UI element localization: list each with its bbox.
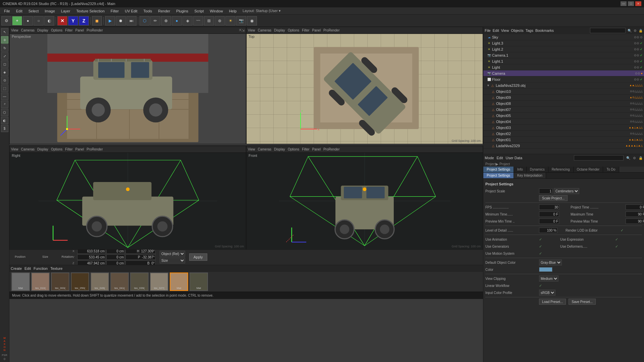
lt-tool9[interactable]: — bbox=[1, 93, 8, 100]
attr-lock-icon[interactable]: 🔒 bbox=[639, 156, 643, 160]
attr-tab-octane[interactable]: Octane Render bbox=[574, 167, 603, 172]
menu-script[interactable]: Script bbox=[192, 8, 206, 14]
toolbar-tool4[interactable]: ◈ bbox=[182, 16, 193, 25]
toolbar-tool2[interactable]: ⊕ bbox=[161, 16, 171, 25]
obj-obj10[interactable]: △ Object10 ⊙⊙△△△△ bbox=[483, 88, 644, 95]
lt-tool5[interactable]: ◻ bbox=[1, 60, 8, 68]
obj-obj03[interactable]: △ Object03 ▲▲△▲△△ bbox=[483, 125, 644, 131]
mat-1[interactable]: Mat bbox=[11, 273, 30, 291]
vp-menu-options[interactable]: Options bbox=[51, 28, 62, 32]
attr-tab-referencing[interactable]: Referencing bbox=[548, 167, 574, 172]
menu-help[interactable]: Help bbox=[226, 8, 239, 14]
attr-project-scale-input[interactable] bbox=[539, 188, 552, 194]
toolbar-tool6[interactable]: ⊞ bbox=[204, 16, 214, 25]
vp-front-display[interactable]: Display bbox=[274, 147, 285, 151]
toolbar-tool8[interactable]: ◉ bbox=[247, 16, 257, 25]
attr-view-clipping-select[interactable]: Medium bbox=[539, 276, 558, 282]
menu-edit[interactable]: Edit bbox=[13, 8, 25, 14]
vp-front-panel[interactable]: Panel bbox=[312, 147, 321, 151]
close-button[interactable]: ✕ bbox=[635, 1, 641, 6]
vp-menu-cameras[interactable]: Cameras bbox=[21, 28, 35, 32]
vp-front-canvas[interactable]: Front bbox=[247, 153, 483, 249]
vp-top-display[interactable]: Display bbox=[274, 28, 285, 32]
obj-lada-expand[interactable]: ▼ bbox=[487, 84, 490, 87]
coord-y-rot[interactable] bbox=[125, 254, 156, 260]
toolbar-btn-1[interactable]: ⚙ bbox=[1, 16, 11, 25]
obj-menu-tags[interactable]: Tags bbox=[526, 28, 533, 33]
menu-texture-selection[interactable]: Texture Selection bbox=[73, 8, 107, 14]
attr-input-color-select[interactable]: sRGB bbox=[539, 290, 555, 296]
toolbar-y-btn[interactable]: Y bbox=[68, 16, 78, 25]
obj-light2[interactable]: ☀ Light.2 ⊙⊙ ✓ bbox=[483, 46, 644, 52]
lt-select[interactable]: ↖ bbox=[1, 28, 8, 36]
vp-right-options[interactable]: Options bbox=[51, 147, 62, 151]
mat-3[interactable]: tex_003( bbox=[51, 273, 69, 291]
menu-layer[interactable]: Layer bbox=[58, 8, 73, 14]
attr-load-preset-btn[interactable]: Load Preset... bbox=[539, 299, 566, 305]
viewport-top[interactable]: View Cameras Display Options Filter Pane… bbox=[246, 27, 483, 144]
vp-menu-display[interactable]: Display bbox=[37, 28, 48, 32]
attr-tab-project-settings[interactable]: Project Settings bbox=[483, 167, 514, 172]
obj-menu-view[interactable]: View bbox=[501, 28, 509, 33]
attr-default-color-select[interactable]: Gray-Blue bbox=[539, 259, 562, 265]
lt-tool11[interactable]: ⬡ bbox=[1, 109, 8, 116]
mat-menu-texture[interactable]: Texture bbox=[50, 266, 62, 270]
attr-settings-icon[interactable]: ⚙ bbox=[633, 156, 636, 160]
menu-plugins[interactable]: Plugins bbox=[173, 8, 191, 14]
obj-obj01[interactable]: △ Object01 ▲▲△▲△△ bbox=[483, 137, 644, 143]
toolbar-btn-3[interactable]: ● bbox=[23, 16, 33, 25]
mat-5[interactable]: tex_049( bbox=[91, 273, 109, 291]
attr-save-preset-btn[interactable]: Save Preset... bbox=[569, 299, 596, 305]
attr-subtab-key-interpolation[interactable]: Key Interpolation bbox=[514, 173, 546, 178]
minimize-button[interactable]: — bbox=[621, 1, 627, 6]
vp-top-filter[interactable]: Filter bbox=[302, 28, 309, 32]
vp-right-cameras[interactable]: Cameras bbox=[21, 147, 35, 151]
vp-front-filter[interactable]: Filter bbox=[302, 147, 309, 151]
obj-lock-icon[interactable]: 🔒 bbox=[639, 29, 643, 33]
lt-rotate[interactable]: ↻ bbox=[1, 44, 8, 52]
attr-max-time-input[interactable] bbox=[626, 212, 644, 217]
mat-menu-edit[interactable]: Edit bbox=[24, 266, 31, 270]
menu-select[interactable]: Select bbox=[26, 8, 42, 14]
toolbar-tool5[interactable]: 〰 bbox=[193, 16, 203, 25]
toolbar-btn-5[interactable]: ◐ bbox=[44, 16, 54, 25]
menu-tools[interactable]: Tools bbox=[141, 8, 155, 14]
vp-right-prorender[interactable]: ProRender bbox=[87, 147, 103, 151]
attr-scale-project-btn[interactable]: Scale Project... bbox=[539, 195, 568, 201]
vp-front-options[interactable]: Options bbox=[288, 147, 299, 151]
vp-right-filter[interactable]: Filter bbox=[65, 147, 72, 151]
lt-move[interactable]: ✛ bbox=[1, 36, 8, 44]
size-mode-dropdown[interactable]: Size bbox=[160, 257, 185, 263]
obj-obj09[interactable]: △ Object09 ▲⊙△△△△ bbox=[483, 95, 644, 101]
obj-light3[interactable]: ☀ Light.3 ⊙⊙ ✓ bbox=[483, 40, 644, 46]
attr-fps-input[interactable] bbox=[539, 204, 559, 210]
obj-camera[interactable]: 📷 Camera ⊙⊙ ● bbox=[483, 70, 644, 76]
attr-menu-mode[interactable]: Mode bbox=[485, 156, 494, 160]
toolbar-cam[interactable]: 📷 bbox=[236, 16, 246, 25]
vp-menu-panel[interactable]: Panel bbox=[75, 28, 84, 32]
obj-menu-bookmarks[interactable]: Bookmarks bbox=[535, 28, 554, 33]
mat-menu-create[interactable]: Create bbox=[11, 266, 22, 270]
coord-y-size[interactable] bbox=[106, 254, 125, 260]
toolbar-render-btn[interactable]: ▶ bbox=[105, 16, 115, 25]
obj-camera1[interactable]: 📷 Camera.1 ⊙⊙ ✓ bbox=[483, 52, 644, 58]
vp-front-prorender[interactable]: ProRender bbox=[323, 147, 339, 151]
attr-lod-input[interactable] bbox=[539, 228, 557, 233]
vp-top-view[interactable]: View bbox=[248, 28, 255, 32]
menu-file[interactable]: File bbox=[1, 8, 13, 14]
obj-light[interactable]: ☀ Light ⊙⊙ ✓ bbox=[483, 64, 644, 70]
obj-obj02[interactable]: △ Object02 ⊙⊙△△△△ bbox=[483, 131, 644, 137]
position-mode-dropdown[interactable]: Object (Rel) bbox=[160, 251, 185, 257]
obj-obj05[interactable]: △ Object05 ⊙⊙△△△△ bbox=[483, 113, 644, 119]
mat-2[interactable]: tex_010( bbox=[31, 273, 50, 291]
mat-8[interactable]: tex_027( bbox=[150, 273, 168, 291]
menu-image[interactable]: Image bbox=[42, 8, 58, 14]
toolbar-tool1[interactable]: ✏ bbox=[150, 16, 160, 25]
toolbar-btn-4[interactable]: ○ bbox=[34, 16, 44, 25]
vp-menu-filter[interactable]: Filter bbox=[65, 28, 72, 32]
toolbar-btn-2[interactable]: ✦ bbox=[12, 16, 22, 25]
attr-menu-edit[interactable]: Edit bbox=[497, 156, 503, 160]
attr-tab-todo[interactable]: To Do bbox=[603, 167, 619, 172]
vp-top-options[interactable]: Options bbox=[288, 28, 299, 32]
obj-floor[interactable]: ⬜ Floor ⊙⊙ ✓ bbox=[483, 76, 644, 82]
